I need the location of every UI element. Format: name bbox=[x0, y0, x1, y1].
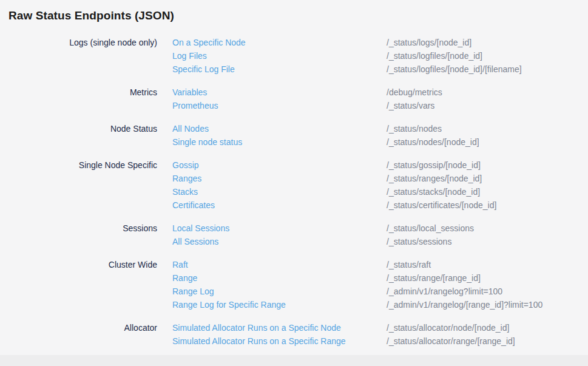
endpoint-path: /_admin/v1/rangelog?limit=100 bbox=[387, 285, 588, 298]
endpoint-group: Metrics Variables /debug/metrics Prometh… bbox=[8, 86, 588, 112]
endpoint-row: Simulated Allocator Runs on a Specific R… bbox=[172, 334, 588, 348]
endpoint-row: Log Files /_status/logfiles/[node_id] bbox=[172, 49, 588, 63]
endpoint-row: Local Sessions /_status/local_sessions bbox=[172, 222, 588, 235]
endpoint-group: Single Node Specific Gossip /_status/gos… bbox=[8, 158, 588, 212]
endpoints-list: Logs (single node only) On a Specific No… bbox=[8, 36, 588, 348]
category-label: Allocator bbox=[8, 321, 157, 348]
endpoint-link[interactable]: Ranges bbox=[172, 172, 387, 185]
category-label: Node Status bbox=[8, 122, 157, 149]
endpoint-link[interactable]: Range bbox=[172, 271, 387, 285]
endpoint-path: /_status/logfiles/[node_id]/[filename] bbox=[387, 63, 588, 76]
endpoint-link[interactable]: Local Sessions bbox=[172, 222, 387, 235]
endpoint-rows: Raft /_status/raft Range /_status/range/… bbox=[172, 258, 588, 311]
endpoint-path: /_status/local_sessions bbox=[387, 222, 588, 235]
endpoint-row: Simulated Allocator Runs on a Specific N… bbox=[172, 321, 588, 334]
endpoint-link[interactable]: Specific Log File bbox=[172, 63, 387, 76]
category-label: Cluster Wide bbox=[8, 258, 157, 311]
endpoint-link[interactable]: Log Files bbox=[172, 49, 387, 63]
endpoint-link[interactable]: On a Specific Node bbox=[172, 36, 387, 49]
endpoint-row: Range Log for Specific Range /_admin/v1/… bbox=[172, 298, 588, 311]
endpoint-path: /_status/logs/[node_id] bbox=[387, 36, 588, 49]
footer-band bbox=[0, 355, 588, 366]
endpoint-rows: Local Sessions /_status/local_sessions A… bbox=[172, 222, 588, 248]
endpoint-group: Allocator Simulated Allocator Runs on a … bbox=[8, 321, 588, 348]
endpoint-row: Variables /debug/metrics bbox=[172, 86, 588, 99]
endpoint-rows: Variables /debug/metrics Prometheus /_st… bbox=[172, 86, 588, 112]
endpoint-link[interactable]: Range Log for Specific Range bbox=[172, 298, 387, 311]
endpoint-link[interactable]: Gossip bbox=[172, 158, 387, 172]
endpoint-row: Prometheus /_status/vars bbox=[172, 99, 588, 112]
endpoint-group: Node Status All Nodes /_status/nodes Sin… bbox=[8, 122, 588, 149]
endpoint-path: /_admin/v1/rangelog/[range_id]?limit=100 bbox=[387, 298, 588, 311]
endpoint-link[interactable]: Certificates bbox=[172, 198, 387, 212]
endpoint-link[interactable]: Stacks bbox=[172, 185, 387, 198]
endpoint-path: /debug/metrics bbox=[387, 86, 588, 99]
endpoint-path: /_status/gossip/[node_id] bbox=[387, 158, 588, 172]
endpoint-path: /_status/allocator/node/[node_id] bbox=[387, 321, 588, 334]
endpoint-path: /_status/logfiles/[node_id] bbox=[387, 49, 588, 63]
endpoint-group: Logs (single node only) On a Specific No… bbox=[8, 36, 588, 76]
category-label: Sessions bbox=[8, 222, 157, 248]
endpoint-path: /_status/nodes bbox=[387, 122, 588, 135]
endpoint-row: Single node status /_status/nodes/[node_… bbox=[172, 135, 588, 149]
page-title: Raw Status Endpoints (JSON) bbox=[8, 8, 588, 22]
endpoint-rows: Simulated Allocator Runs on a Specific N… bbox=[172, 321, 588, 348]
endpoint-path: /_status/range/[range_id] bbox=[387, 271, 588, 285]
endpoint-link[interactable]: Prometheus bbox=[172, 99, 387, 112]
endpoint-link[interactable]: Raft bbox=[172, 258, 387, 271]
endpoint-path: /_status/vars bbox=[387, 99, 588, 112]
endpoint-row: Stacks /_status/stacks/[node_id] bbox=[172, 185, 588, 198]
endpoint-group: Cluster Wide Raft /_status/raft Range /_… bbox=[8, 258, 588, 311]
endpoint-row: Range /_status/range/[range_id] bbox=[172, 271, 588, 285]
endpoint-row: Ranges /_status/ranges/[node_id] bbox=[172, 172, 588, 185]
category-label: Single Node Specific bbox=[8, 158, 157, 212]
endpoint-row: All Sessions /_status/sessions bbox=[172, 235, 588, 248]
endpoint-row: On a Specific Node /_status/logs/[node_i… bbox=[172, 36, 588, 49]
endpoint-row: All Nodes /_status/nodes bbox=[172, 122, 588, 135]
endpoint-path: /_status/ranges/[node_id] bbox=[387, 172, 588, 185]
endpoint-group: Sessions Local Sessions /_status/local_s… bbox=[8, 222, 588, 248]
endpoints-panel: Raw Status Endpoints (JSON) Logs (single… bbox=[0, 0, 588, 355]
endpoint-link[interactable]: Single node status bbox=[172, 135, 387, 149]
endpoint-path: /_status/sessions bbox=[387, 235, 588, 248]
endpoint-path: /_status/nodes/[node_id] bbox=[387, 135, 588, 149]
endpoint-path: /_status/stacks/[node_id] bbox=[387, 185, 588, 198]
category-label: Logs (single node only) bbox=[8, 36, 157, 76]
endpoint-row: Raft /_status/raft bbox=[172, 258, 588, 271]
endpoint-rows: On a Specific Node /_status/logs/[node_i… bbox=[172, 36, 588, 76]
endpoint-link[interactable]: Simulated Allocator Runs on a Specific R… bbox=[172, 334, 387, 348]
endpoint-path: /_status/certificates/[node_id] bbox=[387, 198, 588, 212]
endpoint-rows: Gossip /_status/gossip/[node_id] Ranges … bbox=[172, 158, 588, 212]
endpoint-row: Specific Log File /_status/logfiles/[nod… bbox=[172, 63, 588, 76]
endpoint-row: Certificates /_status/certificates/[node… bbox=[172, 198, 588, 212]
endpoint-path: /_status/raft bbox=[387, 258, 588, 271]
endpoint-link[interactable]: Simulated Allocator Runs on a Specific N… bbox=[172, 321, 387, 334]
endpoint-row: Range Log /_admin/v1/rangelog?limit=100 bbox=[172, 285, 588, 298]
endpoint-link[interactable]: Range Log bbox=[172, 285, 387, 298]
endpoint-link[interactable]: All Sessions bbox=[172, 235, 387, 248]
category-label: Metrics bbox=[8, 86, 157, 112]
endpoint-link[interactable]: All Nodes bbox=[172, 122, 387, 135]
endpoint-path: /_status/allocator/range/[range_id] bbox=[387, 334, 588, 348]
endpoint-rows: All Nodes /_status/nodes Single node sta… bbox=[172, 122, 588, 149]
endpoint-link[interactable]: Variables bbox=[172, 86, 387, 99]
endpoint-row: Gossip /_status/gossip/[node_id] bbox=[172, 158, 588, 172]
